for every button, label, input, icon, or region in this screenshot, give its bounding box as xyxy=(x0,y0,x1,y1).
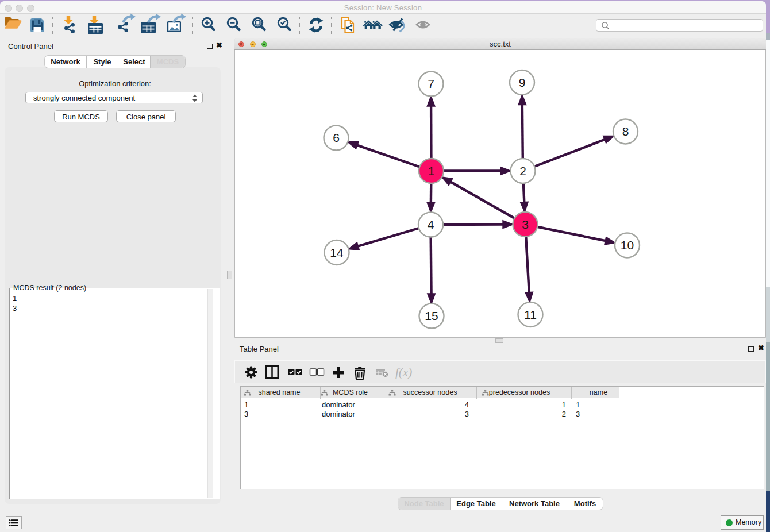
svg-text:11: 11 xyxy=(524,308,537,321)
svg-text:1: 1 xyxy=(428,164,435,178)
svg-text:2: 2 xyxy=(519,164,526,178)
svg-text:4: 4 xyxy=(428,218,434,231)
svg-text:14: 14 xyxy=(330,246,344,259)
svg-text:15: 15 xyxy=(425,309,438,322)
svg-text:7: 7 xyxy=(428,77,434,90)
svg-text:3: 3 xyxy=(522,218,529,231)
svg-text:9: 9 xyxy=(519,76,526,89)
svg-text:f(x): f(x) xyxy=(395,365,412,379)
svg-text:6: 6 xyxy=(333,131,340,144)
svg-text:10: 10 xyxy=(621,238,634,252)
svg-text:8: 8 xyxy=(622,125,629,138)
